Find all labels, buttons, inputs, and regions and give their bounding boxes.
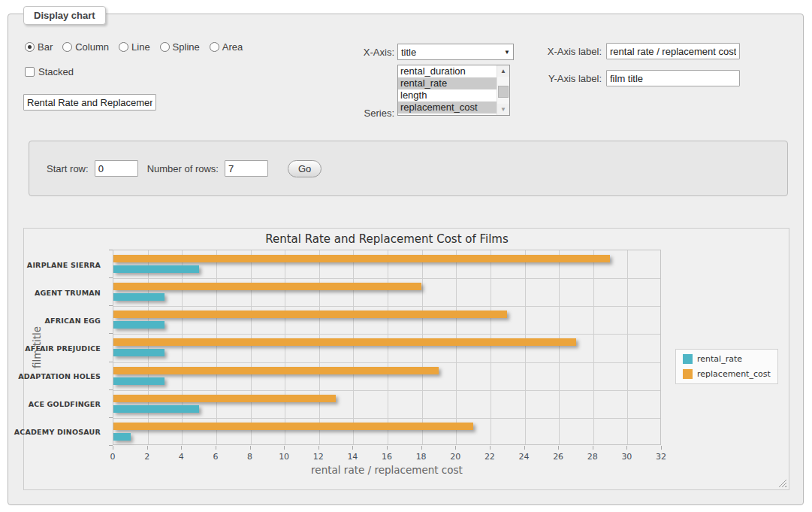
go-button[interactable]: Go (288, 160, 321, 177)
gridline-horizontal (113, 278, 660, 279)
gridline-vertical (491, 250, 491, 444)
y-tick (109, 362, 113, 362)
chart-bar (113, 255, 610, 262)
x-tick (455, 446, 456, 450)
x-tick-label: 32 (656, 452, 666, 462)
num-rows-input[interactable] (225, 160, 268, 177)
x-tick-label: 18 (416, 452, 427, 462)
chart-type-column[interactable]: Column (62, 41, 109, 53)
category-label: ACE GOLDFINGER (29, 400, 101, 408)
scrollbar-thumb[interactable] (498, 86, 509, 98)
start-row-input[interactable] (95, 160, 138, 177)
y-tick (109, 250, 113, 250)
chart-bar (113, 395, 336, 402)
chart-bar (113, 293, 165, 301)
radio-icon (62, 42, 72, 52)
chart-type-bar[interactable]: Bar (25, 41, 53, 53)
gridline-vertical (182, 250, 183, 444)
x-tick-marks (113, 446, 661, 450)
chart-type-line[interactable]: Line (119, 41, 150, 53)
series-option-rental_duration[interactable]: rental_duration (398, 65, 497, 77)
scroll-down-icon[interactable]: ▼ (497, 104, 509, 115)
category-label: ADAPTATION HOLES (18, 372, 101, 380)
chart-bar (113, 283, 421, 290)
scroll-up-icon[interactable]: ▲ (497, 65, 509, 77)
legend-label: replacement_cost (697, 369, 771, 379)
chart-title-input[interactable] (23, 94, 156, 111)
radio-icon (25, 42, 35, 52)
gridline-vertical (353, 250, 354, 444)
chart-title: Rental Rate and Replacement Cost of Film… (113, 232, 661, 246)
x-tick (421, 446, 422, 450)
legend-label: rental_rate (697, 354, 742, 364)
x-tick-label: 0 (110, 452, 116, 462)
chart-type-area[interactable]: Area (210, 41, 243, 53)
gridline-horizontal (113, 306, 660, 307)
x-axis-select[interactable]: title ▼ (397, 44, 514, 60)
x-tick-labels: 02468101214161820222426283032 (113, 452, 661, 462)
y-tick (109, 333, 113, 334)
series-option-length[interactable]: length (398, 89, 497, 101)
chart-type-spline[interactable]: Spline (160, 41, 200, 53)
gridline-horizontal (113, 362, 660, 363)
y-tick (109, 389, 113, 390)
series-select-label: Series: (331, 108, 394, 119)
gridline-horizontal (113, 390, 660, 391)
x-axis-title: rental rate / replacement cost (113, 464, 661, 476)
row-range-fieldset: Start row: Number of rows: Go (29, 141, 788, 196)
y-axis-label-label: Y-Axis label: (534, 73, 602, 84)
x-axis-select-label: X-Axis: (331, 47, 394, 58)
y-axis-label-input[interactable] (606, 70, 740, 86)
x-tick (181, 446, 182, 450)
x-tick (558, 446, 559, 450)
chart-bar (113, 377, 165, 385)
x-tick-label: 2 (144, 452, 149, 462)
radio-icon (160, 42, 170, 52)
radio-label: Spline (173, 41, 200, 53)
gridline-vertical (216, 250, 217, 444)
gridline-vertical (422, 250, 423, 444)
chart-bar (113, 338, 576, 346)
gridline-vertical (627, 250, 628, 444)
legend-swatch (683, 354, 693, 364)
radio-icon (210, 42, 219, 52)
legend-item-rental_rate[interactable]: rental_rate (683, 354, 771, 364)
x-tick-label: 22 (484, 452, 495, 462)
x-tick-label: 6 (213, 452, 218, 462)
radio-icon (119, 42, 128, 52)
chart-bar (113, 405, 199, 413)
num-rows-label: Number of rows: (147, 163, 219, 174)
x-tick (593, 446, 593, 450)
stacked-option[interactable]: Stacked (25, 66, 74, 77)
x-tick-label: 20 (450, 452, 460, 462)
gridline-vertical (456, 250, 457, 444)
series-multiselect[interactable]: rental_durationrental_ratelengthreplacem… (397, 65, 510, 116)
gridline-vertical (251, 250, 252, 444)
chart-bar (113, 265, 199, 273)
fieldset-legend: Display chart (23, 6, 106, 25)
series-option-rental_rate[interactable]: rental_rate (398, 77, 497, 89)
radio-label: Line (131, 41, 150, 53)
series-scrollbar[interactable]: ▲ ▼ (497, 65, 509, 115)
x-tick-label: 30 (621, 452, 632, 462)
gridline-vertical (319, 250, 320, 444)
chart-type-radio-group: BarColumnLineSplineArea (25, 41, 243, 53)
x-tick-label: 14 (347, 452, 358, 462)
chart-bar (113, 311, 507, 318)
legend-item-replacement_cost[interactable]: replacement_cost (683, 369, 771, 379)
x-tick (250, 446, 251, 450)
category-label: AGENT TRUMAN (35, 288, 101, 296)
resize-handle-icon[interactable] (778, 479, 786, 487)
chart-area: Rental Rate and Replacement Cost of Film… (23, 228, 789, 490)
x-tick-label: 12 (313, 452, 324, 462)
x-tick (490, 446, 491, 450)
x-tick-label: 26 (553, 452, 563, 462)
gridline-horizontal (113, 334, 660, 335)
legend-swatch (683, 369, 693, 379)
radio-label: Bar (38, 41, 53, 53)
stacked-checkbox[interactable] (25, 67, 35, 77)
x-axis-label-input[interactable] (606, 43, 740, 59)
gridline-vertical (388, 250, 388, 444)
series-option-replacement_cost[interactable]: replacement_cost (398, 101, 497, 114)
x-tick (318, 446, 319, 450)
